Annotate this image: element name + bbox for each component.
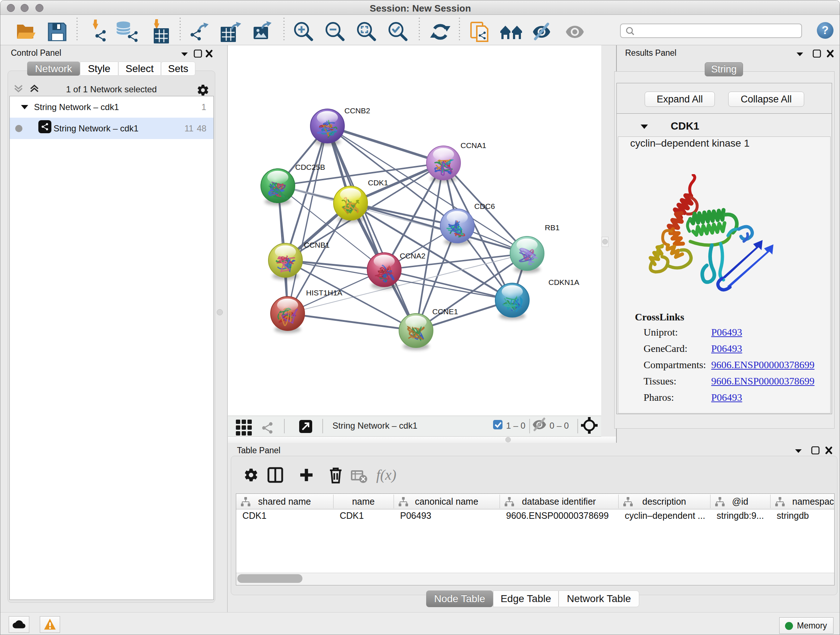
svg-text:RB1: RB1: [545, 223, 560, 232]
svg-text:CDKN1A: CDKN1A: [548, 278, 579, 287]
svg-text:CCNB1: CCNB1: [304, 241, 330, 249]
svg-text:0 – 0: 0 – 0: [549, 421, 569, 431]
svg-text:f(x): f(x): [376, 467, 396, 483]
svg-text:CCNA1: CCNA1: [461, 141, 486, 149]
svg-text:CDC6: CDC6: [474, 202, 495, 211]
svg-text:CCNA2: CCNA2: [400, 252, 425, 260]
svg-text:CCNB2: CCNB2: [344, 106, 370, 115]
svg-text:CCNE1: CCNE1: [432, 307, 458, 316]
svg-text:CDC25B: CDC25B: [295, 163, 325, 171]
svg-text:HIST1H1A: HIST1H1A: [306, 288, 342, 297]
svg-text:CDK1: CDK1: [368, 179, 388, 187]
svg-text:String Network – cdk1: String Network – cdk1: [332, 421, 417, 431]
svg-text:1 – 0: 1 – 0: [506, 421, 525, 431]
